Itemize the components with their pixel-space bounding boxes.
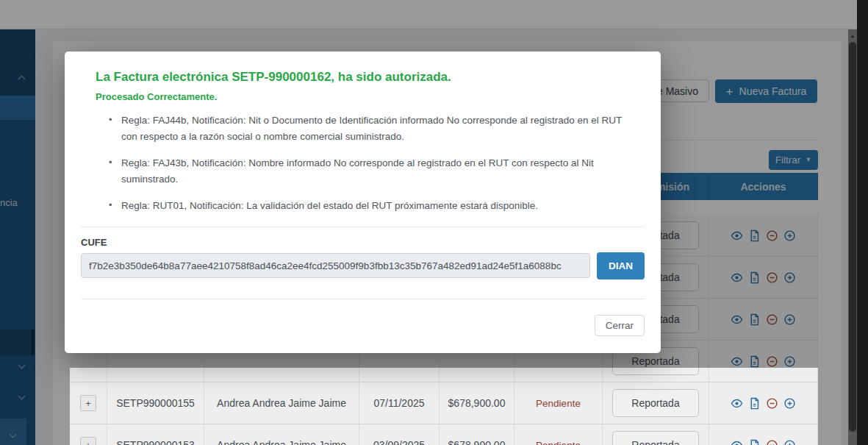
modal-subtitle: Procesado Correctamente. — [96, 91, 645, 102]
close-button[interactable]: Cerrar — [595, 315, 645, 336]
rule-item: Regla: FAJ44b, Notificación: Nit o Docum… — [109, 113, 631, 144]
rule-item: Regla: RUT01, Notificación: La validació… — [109, 198, 631, 214]
cufe-label: CUFE — [81, 237, 645, 248]
modal-divider — [81, 227, 645, 227]
cufe-input[interactable] — [81, 253, 590, 278]
rules-list: Regla: FAJ44b, Notificación: Nit o Docum… — [109, 113, 631, 214]
invoice-authorized-modal: La Factura electrónica SETP-990000162, h… — [65, 51, 661, 353]
modal-backdrop — [0, 368, 70, 445]
modal-footer-divider — [81, 299, 645, 299]
modal-backdrop — [818, 368, 868, 445]
rule-item: Regla: FAJ43b, Notificación: Nombre info… — [109, 155, 631, 187]
app-window: MILLIAN &M_QA ? Ayuda Soporte dash 01and… — [0, 0, 868, 445]
modal-title: La Factura electrónica SETP-990000162, h… — [96, 70, 645, 85]
dian-button[interactable]: DIAN — [597, 252, 645, 280]
modal-backdrop-light — [70, 368, 818, 445]
